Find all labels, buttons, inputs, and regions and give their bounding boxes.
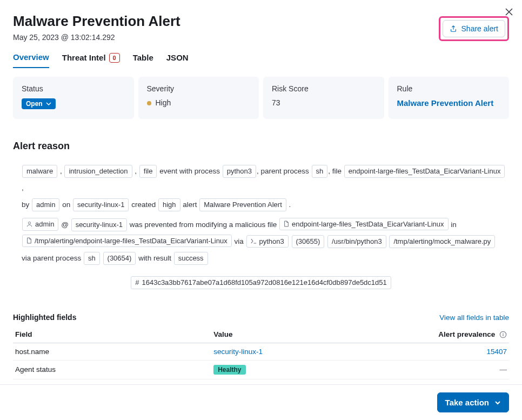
token-pid[interactable]: (30655) [292, 235, 325, 248]
col-prevalence: Alert prevalence [410, 326, 509, 343]
threat-intel-count-badge: 0 [109, 53, 120, 63]
file-icon [284, 221, 289, 227]
risk-value: 73 [272, 98, 376, 107]
tab-threat-intel[interactable]: Threat Intel 0 [62, 52, 120, 68]
table-row: user.name admin 17149 [13, 379, 509, 384]
summary-severity: Severity High [138, 77, 259, 119]
chevron-down-icon [494, 399, 501, 406]
token-file[interactable]: file [139, 165, 157, 178]
rule-label: Rule [397, 84, 501, 93]
alert-title: Malware Prevention Alert [13, 13, 180, 30]
col-value: Value [211, 326, 410, 343]
token-filename[interactable]: endpoint-large-files_TestData_EicarVaria… [344, 165, 505, 178]
tab-json[interactable]: JSON [166, 52, 189, 68]
token-malicious-file[interactable]: endpoint-large-files_TestData_EicarVaria… [279, 218, 449, 231]
severity-value: High [147, 98, 251, 107]
token-host[interactable]: security-linux-1 [73, 198, 129, 211]
highlighted-fields-title: Highlighted fields [13, 313, 76, 322]
summary-rule: Rule Malware Prevention Alert [389, 77, 510, 119]
footer: Take action [0, 384, 522, 420]
token-parent-sh-2[interactable]: sh [84, 252, 100, 265]
take-action-label: Take action [445, 398, 489, 407]
prevalence-empty: — [500, 365, 507, 374]
alert-reason-title: Alert reason [13, 141, 509, 152]
token-proc-path[interactable]: /usr/bin/python3 [327, 235, 386, 248]
alert-reason-hash: # 1643c3a3bb7617abe07a1d68fd105a972d0816… [13, 274, 509, 291]
chevron-down-icon [46, 101, 51, 106]
token-proc-arg[interactable]: /tmp/alerting/mock_malware.py [389, 235, 495, 248]
view-all-fields-link[interactable]: View all fields in table [439, 314, 509, 322]
summary-risk: Risk Score 73 [263, 77, 384, 119]
token-ppid[interactable]: (30654) [103, 252, 136, 265]
token-rule-name[interactable]: Malware Prevention Alert [199, 198, 286, 211]
share-alert-label: Share alert [461, 24, 498, 33]
token-host-2[interactable]: security-linux-1 [71, 218, 127, 231]
close-icon [505, 8, 513, 16]
field-name: Agent status [13, 360, 211, 379]
highlighted-fields-table: Field Value Alert prevalence host.name s… [13, 326, 509, 384]
status-label: Status [22, 84, 125, 93]
token-file-path[interactable]: /tmp/alerting/endpoint-large-files_TestD… [22, 235, 232, 248]
col-field: Field [13, 326, 211, 343]
prevalence-link[interactable]: 15407 [486, 348, 507, 356]
tab-threat-intel-label: Threat Intel [62, 53, 106, 62]
severity-label: Severity [147, 84, 251, 93]
table-row: host.name security-linux-1 15407 [13, 343, 509, 360]
token-parent-sh[interactable]: sh [312, 165, 328, 178]
take-action-button[interactable]: Take action [437, 392, 509, 412]
share-alert-button[interactable]: Share alert [443, 20, 505, 37]
field-name: user.name [13, 379, 211, 384]
close-button[interactable] [504, 6, 514, 17]
tabs: Overview Threat Intel 0 Table JSON [0, 42, 522, 68]
token-severity-high[interactable]: high [158, 198, 180, 211]
info-icon[interactable] [499, 331, 507, 338]
status-value: Open [26, 100, 43, 108]
token-proc-python3[interactable]: python3 [246, 235, 289, 248]
severity-dot-icon [147, 101, 151, 105]
alert-timestamp: May 25, 2023 @ 13:02:14.292 [13, 33, 180, 42]
risk-label: Risk Score [272, 84, 376, 93]
token-user-admin-2[interactable]: admin [22, 218, 58, 231]
table-row: Agent status Healthy — [13, 360, 509, 379]
rule-link[interactable]: Malware Prevention Alert [397, 98, 501, 108]
share-highlight: Share alert [439, 16, 509, 41]
summary-status: Status Open [13, 77, 134, 119]
token-hash[interactable]: # 1643c3a3bb7617abe07a1d68fd105a972d0816… [131, 276, 391, 289]
field-name: host.name [13, 343, 211, 360]
token-user-admin[interactable]: admin [32, 198, 59, 211]
svg-point-0 [28, 222, 30, 224]
field-value-link[interactable]: security-linux-1 [213, 348, 263, 356]
summary-grid: Status Open Severity High Risk Score 73 … [13, 77, 509, 119]
user-icon [26, 221, 32, 227]
tab-overview[interactable]: Overview [13, 52, 49, 68]
share-icon [450, 25, 457, 32]
status-dropdown[interactable]: Open [22, 98, 56, 109]
file-icon [26, 237, 32, 244]
token-result-success[interactable]: success [174, 252, 208, 265]
tab-table[interactable]: Table [133, 52, 153, 68]
alert-reason-line1: malware , intrusion_detection , file eve… [13, 163, 509, 213]
alert-reason-line2: admin @ security-linux-1 was prevented f… [13, 216, 509, 266]
agent-status-badge: Healthy [213, 365, 245, 375]
token-intrusion-detection[interactable]: intrusion_detection [64, 165, 132, 178]
token-process-python3[interactable]: python3 [223, 165, 256, 178]
terminal-icon [251, 238, 257, 244]
token-malware[interactable]: malware [22, 165, 57, 178]
